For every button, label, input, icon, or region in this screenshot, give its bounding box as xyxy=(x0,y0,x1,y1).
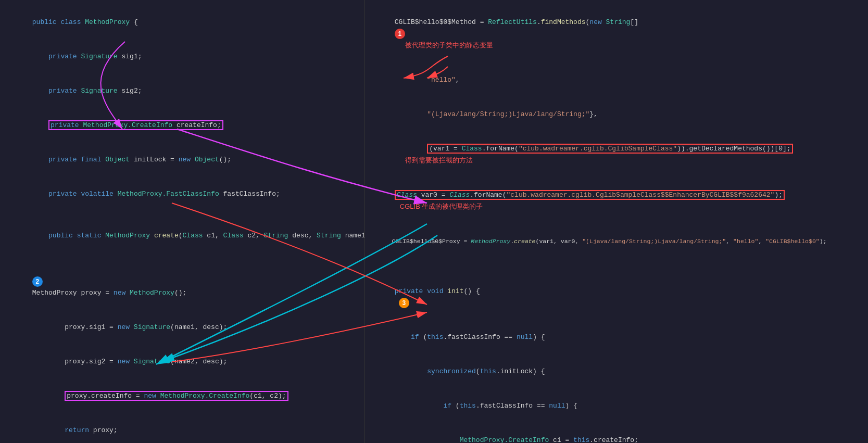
code-line: proxy.sig2 = new Signature(name2, desc); xyxy=(8,345,359,379)
code-line: "hello", xyxy=(370,63,863,97)
code-line: if (this.fastClassInfo == null) { xyxy=(370,320,863,355)
circle-2: 2 xyxy=(32,276,43,287)
right-panel: CGLIB$hello$0$Method = ReflectUtils.find… xyxy=(364,0,868,443)
code-line: synchronized(this.initLock) { xyxy=(370,355,863,389)
code-line: public static MethodProxy create(Class c… xyxy=(8,219,359,253)
code-line: proxy.sig1 = new Signature(name1, desc); xyxy=(8,310,359,345)
code-line: if (this.fastClassInfo == null) { xyxy=(370,389,863,423)
code-line: private volatile MethodProxy.FastClassIn… xyxy=(8,177,359,211)
code-line-r6: CGLIB$hello$0$Proxy = MethodProxy.create… xyxy=(370,224,863,259)
code-line-r1: CGLIB$hello$0$Method = ReflectUtils.find… xyxy=(370,5,863,63)
code-line: public class MethodProxy { xyxy=(8,5,359,40)
code-line: private Signature sig1; xyxy=(8,40,359,74)
code-line: 2 MethodProxy proxy = new MethodProxy(); xyxy=(8,253,359,310)
code-line-r5: Class var0 = Class.forName("club.wadream… xyxy=(370,178,863,224)
code-line-init: private void init() { 3 xyxy=(370,274,863,320)
code-line-highlighted-pink: proxy.createInfo = new MethodProxy.Creat… xyxy=(8,379,359,413)
code-line: "(Ljava/lang/String;)Ljava/lang/String;"… xyxy=(370,97,863,132)
code-line: private final Object initLock = new Obje… xyxy=(8,143,359,177)
code-line: private Signature sig2; xyxy=(8,74,359,108)
code-line: return proxy; xyxy=(8,413,359,443)
code-line-r4: (var1 = Class.forName("club.wadreamer.cg… xyxy=(370,132,863,178)
circle-1: 1 xyxy=(395,29,405,39)
code-line: MethodProxy.CreateInfo ci = this.createI… xyxy=(370,423,863,443)
left-panel: public class MethodProxy { private Signa… xyxy=(0,0,364,443)
code-line-highlighted: private MethodProxy.CreateInfo createInf… xyxy=(8,108,359,143)
circle-3: 3 xyxy=(399,298,409,308)
code-area: public class MethodProxy { private Signa… xyxy=(0,0,868,443)
